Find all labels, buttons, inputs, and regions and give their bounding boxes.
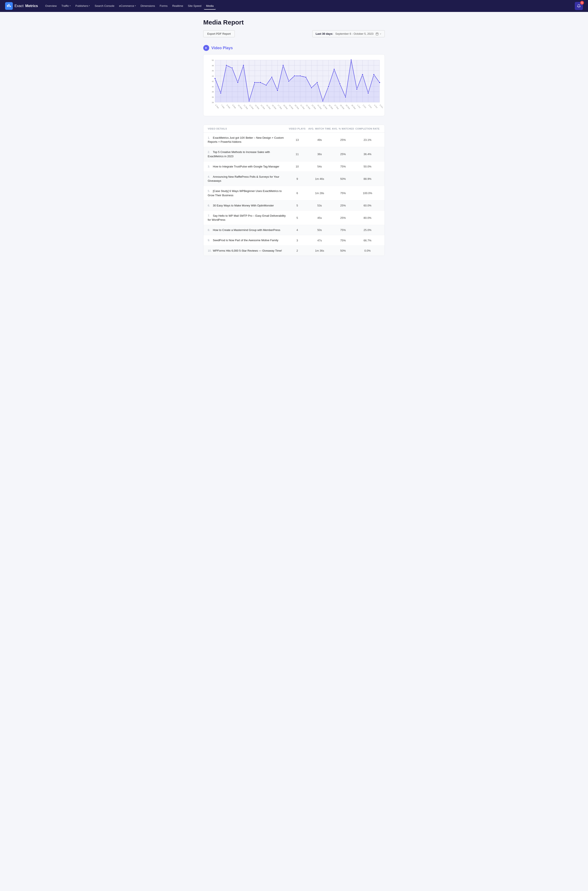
row-pct-watched: 25% <box>331 153 355 156</box>
video-plays-section: Video Plays 5048464442403836346 Sep7 Sep… <box>203 45 385 116</box>
nav-link-site-speed[interactable]: Site Speed <box>186 3 204 10</box>
nav-link-forms[interactable]: Forms <box>158 3 170 10</box>
table-row: 6.30 Easy Ways to Make Money With OptinM… <box>204 201 384 211</box>
table-col-header-1: VIDEO PLAYS <box>286 128 308 130</box>
table-row: 4.Announcing New RafflePress Polls & Sur… <box>204 172 384 186</box>
main-content: Media Report Export PDF Report Last 30 d… <box>198 12 390 263</box>
toolbar: Export PDF Report Last 30 days: Septembe… <box>203 30 385 37</box>
row-title: SeedProd is Now Part of the Awesome Moti… <box>213 238 279 242</box>
row-pct-watched: 75% <box>331 192 355 195</box>
row-title: ExactMetrics Just got 10X Better – New D… <box>208 136 284 143</box>
svg-point-104 <box>305 76 307 78</box>
row-plays: 13 <box>286 138 308 141</box>
svg-point-114 <box>362 74 363 75</box>
section-title: Video Plays <box>212 46 233 50</box>
row-title-cell: 6.30 Easy Ways to Make Money With OptinM… <box>208 204 286 207</box>
nav-link-overview[interactable]: Overview <box>43 3 59 10</box>
row-title: Say Hello to WP Mail SMTP Pro – Easy Ema… <box>208 214 286 221</box>
svg-point-94 <box>248 100 250 102</box>
row-title-cell: 7.Say Hello to WP Mail SMTP Pro – Easy E… <box>208 214 286 222</box>
nav-links: OverviewTraffic▾Publishers▾Search Consol… <box>43 3 575 10</box>
svg-text:34: 34 <box>212 101 214 104</box>
export-pdf-button[interactable]: Export PDF Report <box>203 30 235 37</box>
date-range-selector[interactable]: Last 30 days: September 6 - October 5, 2… <box>312 30 385 37</box>
svg-text:18 Sep: 18 Sep <box>283 104 288 110</box>
row-completion-rate: 50.0% <box>355 165 380 168</box>
row-pct-watched: 25% <box>331 216 355 219</box>
row-watch-time: 36s <box>308 153 331 156</box>
svg-text:19 Sep: 19 Sep <box>288 104 294 110</box>
notifications-bell[interactable]: 5 <box>575 2 583 10</box>
row-number: 10. <box>208 249 212 252</box>
svg-text:27 Sep: 27 Sep <box>334 104 339 110</box>
svg-point-106 <box>316 82 318 83</box>
svg-text:25 Sep: 25 Sep <box>322 104 328 110</box>
date-icons <box>376 32 381 35</box>
chevron-down-icon: ▾ <box>70 4 71 7</box>
svg-text:17 Sep: 17 Sep <box>277 104 283 110</box>
row-title: Top 5 Creative Methods to Increase Sales… <box>208 150 270 158</box>
row-pct-watched: 25% <box>331 204 355 207</box>
row-completion-rate: 100.0% <box>355 192 380 195</box>
row-title-cell: 3.How to Integrate TrustPulse with Googl… <box>208 165 286 168</box>
row-completion-rate: 88.9% <box>355 177 380 180</box>
row-title: How to Integrate TrustPulse with Google … <box>213 165 279 168</box>
table-col-header-2: AVG. WATCH TIME <box>308 128 331 130</box>
nav-link-ecommerce[interactable]: eCommerce▾ <box>117 3 138 10</box>
svg-text:1 Oct: 1 Oct <box>357 104 361 109</box>
row-plays: 5 <box>286 216 308 219</box>
navbar: ExactMetrics OverviewTraffic▾Publishers▾… <box>0 0 588 12</box>
svg-point-102 <box>294 75 295 77</box>
svg-text:8 Sep: 8 Sep <box>226 104 231 109</box>
row-title-cell: 5.[Case Study] 6 Ways WPBeginner Uses Ex… <box>208 189 286 197</box>
svg-text:28 Sep: 28 Sep <box>340 104 345 110</box>
svg-text:12 Sep: 12 Sep <box>249 104 254 110</box>
svg-text:11 Sep: 11 Sep <box>243 104 249 110</box>
row-number: 2. <box>208 150 212 154</box>
svg-point-113 <box>356 88 358 90</box>
row-watch-time: 45s <box>308 216 331 219</box>
logo[interactable]: ExactMetrics <box>5 2 38 10</box>
row-plays: 6 <box>286 192 308 195</box>
nav-link-traffic[interactable]: Traffic▾ <box>59 3 73 10</box>
svg-text:23 Sep: 23 Sep <box>311 104 317 110</box>
row-watch-time: 1m 36s <box>308 249 331 252</box>
nav-link-search-console[interactable]: Search Console <box>93 3 117 10</box>
row-title: 30 Easy Ways to Make Money With OptinMon… <box>213 204 274 207</box>
nav-link-media[interactable]: Media <box>204 3 216 10</box>
nav-link-dimensions[interactable]: Dimensions <box>138 3 157 10</box>
table-row: 10.WPForms Hits 6,000 5-Star Reviews — G… <box>204 246 384 256</box>
table-row: 7.Say Hello to WP Mail SMTP Pro – Easy E… <box>204 211 384 225</box>
row-completion-rate: 23.1% <box>355 138 380 141</box>
svg-point-91 <box>231 68 233 69</box>
row-pct-watched: 75% <box>331 228 355 232</box>
table-row: 5.[Case Study] 6 Ways WPBeginner Uses Ex… <box>204 186 384 200</box>
video-plays-chart: 5048464442403836346 Sep7 Sep8 Sep9 Sep10… <box>203 54 385 116</box>
row-completion-rate: 36.4% <box>355 153 380 156</box>
svg-point-97 <box>266 84 267 86</box>
svg-point-98 <box>271 76 273 78</box>
row-plays: 5 <box>286 204 308 207</box>
svg-text:46: 46 <box>212 70 214 72</box>
table-row: 9.SeedProd is Now Part of the Awesome Mo… <box>204 235 384 246</box>
section-header: Video Plays <box>203 45 385 51</box>
svg-point-115 <box>368 92 369 94</box>
row-number: 9. <box>208 238 212 242</box>
svg-point-90 <box>226 64 227 66</box>
row-pct-watched: 50% <box>331 177 355 180</box>
row-number: 3. <box>208 165 212 168</box>
nav-link-publishers[interactable]: Publishers▾ <box>73 3 92 10</box>
row-plays: 11 <box>286 153 308 156</box>
row-plays: 3 <box>286 239 308 242</box>
svg-text:48: 48 <box>212 64 214 67</box>
svg-point-95 <box>254 82 255 83</box>
svg-text:9 Sep: 9 Sep <box>232 104 237 109</box>
table-row: 8.How to Create a Mastermind Group with … <box>204 225 384 235</box>
svg-point-89 <box>220 92 222 94</box>
nav-link-realtime[interactable]: Realtime <box>170 3 185 10</box>
date-label: Last 30 days: <box>315 32 333 35</box>
table-col-header-3: AVG. % WATCHED <box>331 128 355 130</box>
chevron-down-icon: ▾ <box>135 4 136 7</box>
row-number: 5. <box>208 189 212 193</box>
row-title-cell: 9.SeedProd is Now Part of the Awesome Mo… <box>208 238 286 242</box>
